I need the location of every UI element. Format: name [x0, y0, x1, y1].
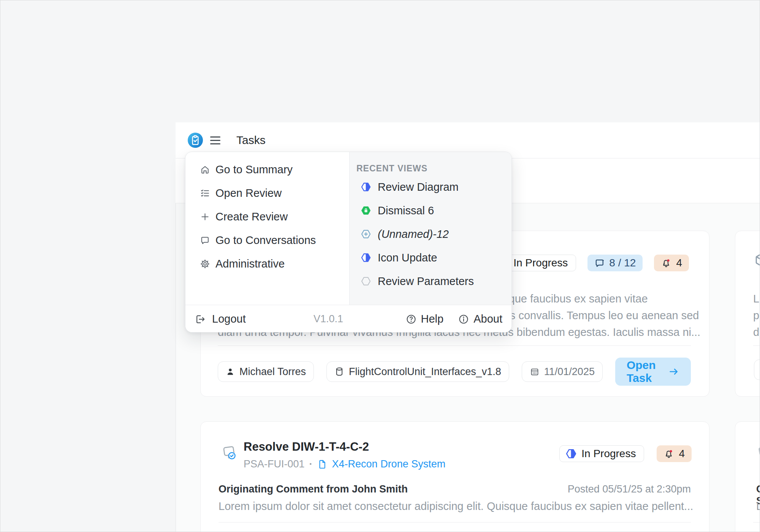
hexagon-outline-icon	[361, 276, 371, 286]
recent-item-label: Dismissal 6	[378, 204, 434, 217]
task-description: Lorem ipsum dolor sit amet consectetur a…	[753, 290, 760, 340]
divider	[218, 345, 691, 346]
comments-count: 8 / 12	[609, 257, 636, 269]
document-icon	[317, 459, 328, 469]
assignee-name: Michael Torres	[239, 366, 306, 378]
artifact-chip[interactable]: FlightControlUnit_Interfaces_v1.8	[326, 361, 509, 382]
about-button[interactable]: About	[458, 313, 502, 325]
hexagon-plus-icon	[361, 229, 371, 239]
separator-dot: ·	[309, 458, 313, 470]
menu-item-label: Go to Summary	[215, 163, 293, 176]
comment-excerpt: Lorem ipsum dolor sit amet consectetur a…	[756, 500, 760, 513]
status-label: In Progress	[513, 257, 568, 269]
comment-prefix: Originating Comment from	[218, 483, 352, 495]
database-icon	[334, 367, 344, 377]
task-card-partial: Originating Comment from John Smith Lore…	[735, 421, 760, 532]
menu-item-label: Create Review	[215, 211, 288, 223]
task-card-partial: Lorem ipsum dolor sit amet consectetur a…	[735, 231, 760, 397]
open-task-button[interactable]: Open Task	[615, 358, 691, 386]
task-title: Resolve DIW-1-T-4-C-2	[244, 440, 369, 454]
status-hexagon-icon	[566, 448, 576, 459]
page-title: Tasks	[236, 134, 266, 147]
logout-button[interactable]: Logout	[195, 313, 246, 325]
help-label: Help	[421, 313, 444, 325]
menu-item-create-review[interactable]: Create Review	[185, 205, 349, 228]
chat-bubble-icon	[594, 258, 605, 268]
menu-item-go-to-conversations[interactable]: Go to Conversations	[185, 228, 349, 252]
menu-footer: Logout V1.0.1 Help	[185, 305, 511, 332]
component-cube-icon	[753, 252, 760, 268]
comment-header: Originating Comment from John Smith Post…	[218, 483, 691, 495]
status-badge: In Progress	[559, 445, 644, 462]
menu-item-label: Open Review	[215, 187, 282, 200]
menu-item-label: Go to Conversations	[215, 234, 316, 247]
assignee-chip[interactable]: Michael Torres	[754, 359, 760, 380]
recent-item-dismissal-6[interactable]: Dismissal 6	[350, 199, 511, 222]
version-label: V1.0.1	[314, 313, 343, 325]
screen: Tasks In Progress	[0, 0, 760, 532]
comments-badge[interactable]: 8 / 12	[587, 255, 643, 271]
recent-item-label: (Unnamed)-12	[378, 228, 449, 241]
recent-item-review-parameters[interactable]: Review Parameters	[350, 269, 511, 293]
about-label: About	[473, 313, 502, 325]
task-ref: PSA-FUI-001	[244, 458, 305, 470]
menu-item-administrative[interactable]: Administrative	[185, 252, 349, 276]
info-icon	[458, 314, 469, 325]
hexagon-half-filled-icon	[361, 253, 371, 263]
arrow-right-icon	[668, 366, 679, 377]
status-label: In Progress	[581, 448, 636, 460]
comment-prefix: Originating Comment from	[756, 483, 760, 495]
menu-item-open-review[interactable]: Open Review	[185, 181, 349, 205]
recent-item-label: Review Parameters	[378, 275, 474, 288]
notifications-count: 4	[679, 448, 685, 460]
assignee-chip[interactable]: Michael Torres	[218, 361, 314, 382]
calendar-icon	[530, 367, 540, 377]
app-logo	[188, 133, 203, 148]
recent-item-icon-update[interactable]: Icon Update	[350, 246, 511, 269]
open-task-label: Open Task	[627, 359, 662, 385]
divider	[753, 522, 760, 522]
help-icon	[405, 314, 417, 325]
task-card: Resolve DIW-1-T-4-C-2 PSA-FUI-001 · X4-R…	[200, 421, 709, 532]
recent-item-review-diagram[interactable]: Review Diagram	[350, 175, 511, 199]
comment-resolved-icon	[220, 444, 239, 463]
gear-icon	[200, 259, 210, 269]
menu-item-go-to-summary[interactable]: Go to Summary	[185, 158, 349, 181]
recent-item-label: Review Diagram	[378, 181, 459, 193]
home-icon	[200, 165, 210, 175]
date-chip[interactable]: 11/01/2025	[522, 361, 603, 382]
date-value: 11/01/2025	[544, 366, 595, 378]
person-icon	[226, 367, 235, 376]
chat-bubble-icon	[200, 235, 210, 245]
nav-menu: Go to Summary Open Review	[185, 152, 349, 305]
recent-item-label: Icon Update	[378, 252, 437, 264]
divider	[753, 345, 760, 346]
system-link[interactable]: X4-Recon Drone System	[332, 458, 446, 470]
notifications-badge[interactable]: 4	[654, 255, 689, 271]
recent-views-panel: RECENT VIEWS Review Diagram	[349, 152, 511, 305]
bell-alert-icon	[663, 448, 674, 459]
comment-author: John Smith	[352, 483, 408, 495]
comment-resolved-icon	[756, 444, 760, 463]
hexagon-lock-icon	[361, 206, 371, 215]
hexagon-half-filled-icon	[361, 182, 371, 192]
checklist-icon	[200, 188, 210, 198]
plus-icon	[200, 212, 210, 222]
recent-item-unnamed-12[interactable]: (Unnamed)-12	[350, 222, 511, 246]
notifications-count: 4	[676, 257, 682, 269]
logout-label: Logout	[212, 313, 246, 325]
help-button[interactable]: Help	[405, 313, 444, 325]
bell-alert-icon	[661, 258, 671, 268]
posted-timestamp: Posted 05/51/25 at 2:30pm	[568, 483, 691, 495]
recent-views-heading: RECENT VIEWS	[356, 163, 511, 174]
menu-item-label: Administrative	[215, 258, 285, 270]
menu-toggle-button[interactable]	[210, 136, 220, 144]
logout-icon	[195, 314, 206, 325]
notifications-badge[interactable]: 4	[657, 445, 692, 462]
clipboard-check-icon	[188, 133, 203, 148]
navigation-dropdown: Go to Summary Open Review	[185, 152, 512, 332]
artifact-name: FlightControlUnit_Interfaces_v1.8	[349, 366, 501, 378]
comment-excerpt: Lorem ipsum dolor sit amet consectetur a…	[218, 500, 693, 513]
divider	[218, 522, 691, 522]
